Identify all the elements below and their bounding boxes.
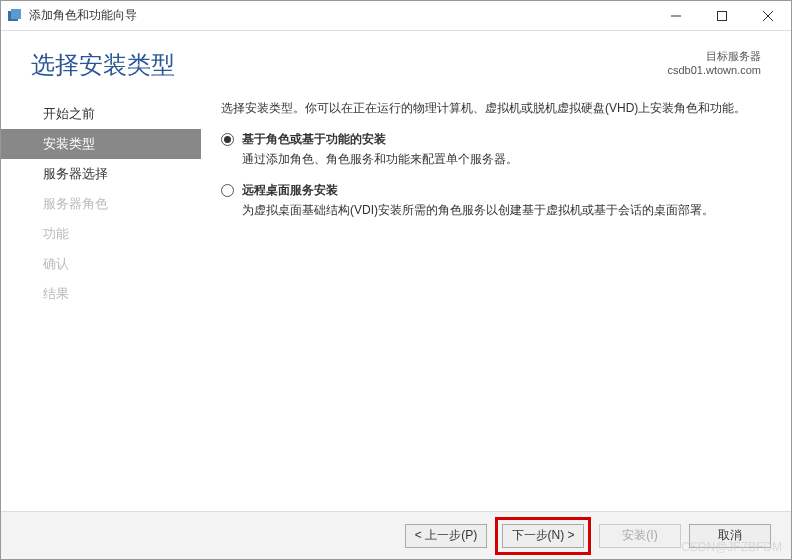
- option-role-based-title: 基于角色或基于功能的安装: [242, 131, 518, 148]
- nav-server-selection[interactable]: 服务器选择: [1, 159, 201, 189]
- page-title: 选择安装类型: [31, 49, 175, 81]
- wizard-window: 添加角色和功能向导 选择安装类型 目标服务器 csdb01.wtown.com …: [0, 0, 792, 560]
- option-role-based-text: 基于角色或基于功能的安装 通过添加角色、角色服务和功能来配置单个服务器。: [242, 131, 518, 168]
- window-controls: [653, 1, 791, 31]
- previous-button[interactable]: < 上一步(P): [405, 524, 487, 548]
- nav-results: 结果: [1, 279, 201, 309]
- nav-confirmation: 确认: [1, 249, 201, 279]
- nav-before-begin[interactable]: 开始之前: [1, 99, 201, 129]
- body: 开始之前 安装类型 服务器选择 服务器角色 功能 确认 结果 选择安装类型。你可…: [1, 91, 791, 511]
- option-role-based-desc: 通过添加角色、角色服务和功能来配置单个服务器。: [242, 150, 518, 168]
- sidebar: 开始之前 安装类型 服务器选择 服务器角色 功能 确认 结果: [1, 91, 201, 511]
- maximize-button[interactable]: [699, 1, 745, 31]
- svg-rect-3: [718, 11, 727, 20]
- footer: < 上一步(P) 下一步(N) > 安装(I) 取消: [1, 511, 791, 559]
- watermark: CSDN@JFZBFDM: [681, 540, 782, 554]
- next-button[interactable]: 下一步(N) >: [502, 524, 584, 548]
- radio-role-based[interactable]: [221, 133, 234, 146]
- window-title: 添加角色和功能向导: [29, 7, 653, 24]
- close-button[interactable]: [745, 1, 791, 31]
- nav-installation-type[interactable]: 安装类型: [1, 129, 201, 159]
- minimize-button[interactable]: [653, 1, 699, 31]
- titlebar: 添加角色和功能向导: [1, 1, 791, 31]
- install-button: 安装(I): [599, 524, 681, 548]
- target-server-info: 目标服务器 csdb01.wtown.com: [667, 49, 761, 76]
- svg-rect-1: [11, 9, 21, 19]
- intro-text: 选择安装类型。你可以在正在运行的物理计算机、虚拟机或脱机虚拟硬盘(VHD)上安装…: [221, 99, 761, 117]
- target-value: csdb01.wtown.com: [667, 64, 761, 76]
- nav-features: 功能: [1, 219, 201, 249]
- option-rds[interactable]: 远程桌面服务安装 为虚拟桌面基础结构(VDI)安装所需的角色服务以创建基于虚拟机…: [221, 182, 761, 219]
- nav-server-roles: 服务器角色: [1, 189, 201, 219]
- radio-rds[interactable]: [221, 184, 234, 197]
- target-label: 目标服务器: [667, 49, 761, 64]
- main-content: 选择安装类型。你可以在正在运行的物理计算机、虚拟机或脱机虚拟硬盘(VHD)上安装…: [201, 91, 761, 511]
- option-rds-desc: 为虚拟桌面基础结构(VDI)安装所需的角色服务以创建基于虚拟机或基于会话的桌面部…: [242, 201, 714, 219]
- option-rds-title: 远程桌面服务安装: [242, 182, 714, 199]
- highlight-next: 下一步(N) >: [495, 517, 591, 555]
- header: 选择安装类型 目标服务器 csdb01.wtown.com: [1, 31, 791, 91]
- app-icon: [7, 8, 23, 24]
- option-role-based[interactable]: 基于角色或基于功能的安装 通过添加角色、角色服务和功能来配置单个服务器。: [221, 131, 761, 168]
- option-rds-text: 远程桌面服务安装 为虚拟桌面基础结构(VDI)安装所需的角色服务以创建基于虚拟机…: [242, 182, 714, 219]
